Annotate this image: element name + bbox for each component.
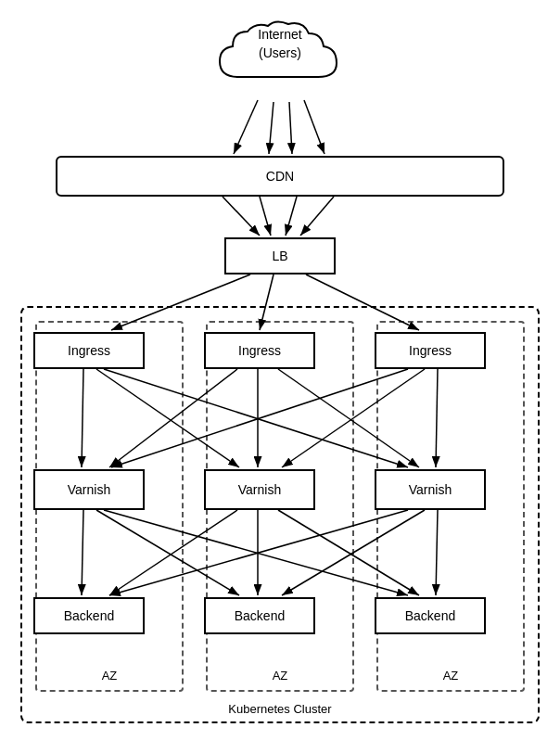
varnish-box-2: Varnish [204, 469, 315, 510]
kubernetes-cluster-label: Kubernetes Cluster [228, 702, 331, 716]
svg-line-7 [286, 197, 297, 236]
lb-box: LB [224, 237, 336, 274]
varnish-box-3: Varnish [375, 469, 486, 510]
backend-box-2: Backend [204, 597, 315, 634]
svg-line-4 [304, 100, 325, 154]
az-label-3: AZ [443, 669, 459, 683]
backend-label-2: Backend [235, 608, 285, 623]
lb-label: LB [272, 249, 287, 263]
varnish-label-2: Varnish [238, 482, 281, 497]
cdn-box: CDN [56, 156, 504, 197]
backend-label-1: Backend [64, 608, 114, 623]
diagram-container: Internet (Users) CDN LB Kubernetes Clust… [0, 0, 560, 753]
svg-line-8 [300, 197, 334, 236]
svg-line-2 [269, 102, 274, 154]
ingress-box-1: Ingress [33, 332, 145, 369]
ingress-label-1: Ingress [68, 343, 110, 358]
svg-line-5 [223, 197, 260, 236]
varnish-label-3: Varnish [409, 482, 452, 497]
ingress-label-2: Ingress [238, 343, 281, 358]
backend-label-3: Backend [405, 608, 455, 623]
backend-box-1: Backend [33, 597, 145, 634]
ingress-box-3: Ingress [375, 332, 486, 369]
svg-line-1 [234, 100, 258, 154]
ingress-label-3: Ingress [409, 343, 452, 358]
varnish-label-1: Varnish [68, 482, 110, 497]
az-label-1: AZ [102, 669, 118, 683]
svg-line-6 [260, 197, 271, 236]
backend-box-3: Backend [375, 597, 486, 634]
cloud-shape [210, 17, 350, 100]
varnish-box-1: Varnish [33, 469, 145, 510]
ingress-box-2: Ingress [204, 332, 315, 369]
svg-line-3 [289, 102, 292, 154]
cdn-label: CDN [266, 169, 294, 184]
az-label-2: AZ [273, 669, 288, 683]
